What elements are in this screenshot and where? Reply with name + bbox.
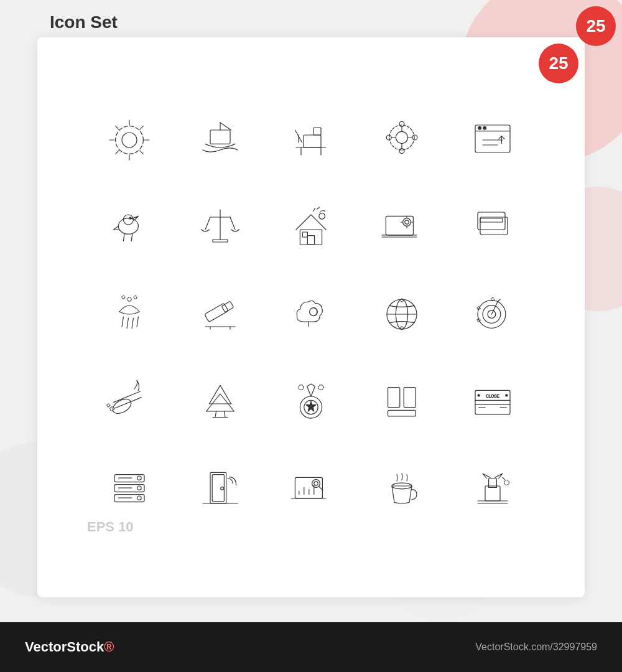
log-icon bbox=[104, 376, 154, 426]
svg-point-84 bbox=[107, 404, 110, 407]
svg-point-0 bbox=[122, 133, 137, 147]
trees-icon-cell bbox=[178, 361, 262, 442]
svg-marker-85 bbox=[209, 385, 231, 404]
svg-point-103 bbox=[478, 394, 480, 396]
trees-icon bbox=[195, 376, 245, 426]
gear-icon-cell bbox=[87, 100, 172, 180]
gavel-icon-cell bbox=[178, 274, 262, 355]
nuclear-icon-cell bbox=[450, 448, 535, 529]
svg-rect-2 bbox=[210, 130, 230, 144]
svg-point-29 bbox=[118, 218, 138, 235]
hot-drink-icon-cell bbox=[360, 448, 444, 529]
close-panel-icon-cell: CLOSE bbox=[450, 361, 535, 442]
gavel-icon bbox=[195, 289, 245, 339]
house-night-icon-cell bbox=[269, 187, 353, 268]
smart-door-icon-cell bbox=[178, 448, 262, 529]
svg-rect-63 bbox=[205, 303, 228, 322]
mind-icon-cell bbox=[269, 274, 353, 355]
svg-point-31 bbox=[129, 217, 131, 219]
desk-icon-cell bbox=[269, 100, 353, 180]
svg-rect-128 bbox=[485, 486, 500, 501]
svg-rect-5 bbox=[304, 135, 321, 147]
svg-point-12 bbox=[396, 131, 407, 143]
house-night-icon bbox=[286, 202, 336, 252]
svg-line-78 bbox=[498, 299, 500, 302]
svg-point-61 bbox=[122, 296, 125, 299]
svg-point-25 bbox=[483, 126, 486, 129]
close-panel-icon: CLOSE bbox=[468, 376, 518, 426]
layers-icon-cell bbox=[450, 187, 535, 268]
svg-rect-115 bbox=[212, 475, 224, 502]
user-gear-icon bbox=[377, 115, 427, 165]
medal-icon bbox=[286, 376, 336, 426]
svg-line-57 bbox=[127, 318, 128, 328]
page-title: Icon Set bbox=[50, 12, 118, 32]
gear-icon bbox=[104, 115, 154, 165]
svg-point-83 bbox=[110, 407, 114, 411]
main-card: 25 bbox=[37, 37, 585, 597]
svg-rect-64 bbox=[221, 301, 233, 312]
svg-line-87 bbox=[215, 411, 216, 418]
hot-drink-icon bbox=[377, 464, 427, 513]
nuclear-icon bbox=[468, 464, 518, 513]
svg-point-17 bbox=[412, 135, 417, 140]
svg-point-108 bbox=[137, 476, 141, 480]
browser-upload-icon-cell bbox=[450, 100, 535, 180]
svg-line-59 bbox=[137, 317, 138, 327]
layout-icon bbox=[377, 376, 427, 426]
smart-door-icon bbox=[195, 464, 245, 513]
medal-icon-cell bbox=[269, 361, 353, 442]
icons-grid: CLOSE bbox=[87, 100, 535, 529]
svg-rect-96 bbox=[388, 410, 416, 416]
footer-registered: ® bbox=[104, 639, 114, 655]
count-badge: 25 bbox=[576, 6, 616, 46]
svg-point-41 bbox=[319, 213, 325, 220]
dart-board-icon bbox=[468, 289, 518, 339]
svg-point-126 bbox=[314, 482, 318, 485]
boat-icon-cell bbox=[178, 100, 262, 180]
server-icon bbox=[104, 464, 154, 513]
svg-point-62 bbox=[134, 296, 137, 299]
svg-point-15 bbox=[399, 149, 404, 154]
svg-rect-95 bbox=[404, 388, 415, 408]
mind-icon bbox=[286, 289, 336, 339]
number-badge: 25 bbox=[539, 44, 578, 83]
svg-rect-40 bbox=[302, 232, 307, 237]
svg-rect-36 bbox=[213, 240, 228, 242]
log-icon-cell bbox=[87, 361, 172, 442]
dart-board-icon-cell bbox=[450, 274, 535, 355]
laptop-settings-icon bbox=[377, 202, 427, 252]
svg-point-116 bbox=[221, 487, 224, 490]
svg-point-110 bbox=[137, 496, 141, 500]
search-analytics-icon-cell bbox=[269, 448, 353, 529]
laptop-settings-icon-cell bbox=[360, 187, 444, 268]
bird-icon-cell bbox=[87, 187, 172, 268]
svg-point-16 bbox=[386, 135, 391, 140]
globe-icon-cell bbox=[360, 274, 444, 355]
svg-line-34 bbox=[205, 217, 210, 230]
svg-marker-86 bbox=[207, 394, 234, 411]
svg-point-24 bbox=[478, 126, 481, 129]
user-gear-icon-cell bbox=[360, 100, 444, 180]
desk-icon bbox=[286, 115, 336, 165]
svg-line-4 bbox=[220, 123, 231, 130]
svg-line-88 bbox=[224, 411, 225, 418]
bird-icon bbox=[104, 202, 154, 252]
svg-rect-94 bbox=[388, 388, 400, 408]
pendulum-icon bbox=[195, 202, 245, 252]
jellyfish-icon bbox=[104, 289, 154, 339]
footer-url: VectorStock.com/32997959 bbox=[475, 642, 597, 653]
svg-line-133 bbox=[503, 477, 504, 479]
svg-rect-11 bbox=[313, 128, 321, 135]
svg-point-93 bbox=[318, 385, 323, 390]
svg-point-92 bbox=[299, 385, 304, 390]
svg-rect-55 bbox=[480, 218, 503, 222]
svg-line-42 bbox=[313, 208, 315, 212]
footer-logo: VectorStock® bbox=[25, 639, 114, 655]
layout-icon-cell bbox=[360, 361, 444, 442]
svg-point-14 bbox=[399, 121, 404, 126]
svg-line-77 bbox=[491, 302, 498, 314]
svg-line-35 bbox=[230, 217, 235, 230]
browser-upload-icon bbox=[468, 115, 518, 165]
svg-point-47 bbox=[403, 218, 411, 226]
